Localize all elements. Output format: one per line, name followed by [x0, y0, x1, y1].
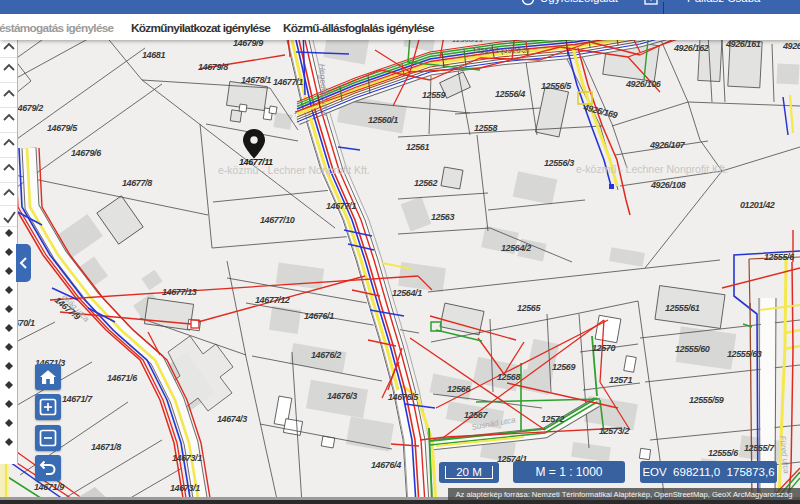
svg-text:12555/6: 12555/6 — [764, 252, 795, 262]
svg-text:12566: 12566 — [447, 384, 471, 394]
svg-text:14671/7: 14671/7 — [62, 394, 93, 404]
svg-text:4926/106: 4926/106 — [625, 79, 662, 89]
svg-text:12562: 12562 — [414, 178, 437, 188]
svg-text:12565: 12565 — [517, 303, 541, 313]
svg-text:12573/2: 12573/2 — [599, 426, 629, 436]
svg-text:12564/2: 12564/2 — [501, 243, 531, 253]
svg-text:12561: 12561 — [406, 142, 429, 152]
svg-text:12564/1: 12564/1 — [392, 288, 422, 298]
svg-text:12572: 12572 — [541, 414, 564, 424]
svg-text:14676/5: 14676/5 — [388, 392, 419, 402]
svg-text:4926/108: 4926/108 — [650, 180, 686, 190]
svg-text:4926/161: 4926/161 — [725, 39, 761, 49]
svg-text:12559: 12559 — [422, 90, 445, 100]
svg-text:4926/162: 4926/162 — [673, 43, 709, 53]
svg-text:12556/4: 12556/4 — [495, 89, 525, 99]
svg-text:01201/42: 01201/42 — [740, 200, 775, 210]
svg-text:14681: 14681 — [142, 50, 165, 60]
svg-text:14677/8: 14677/8 — [122, 178, 152, 188]
svg-text:12570: 12570 — [592, 343, 615, 353]
svg-text:14676/2: 14676/2 — [311, 350, 341, 360]
svg-text:14676/4: 14676/4 — [371, 460, 401, 470]
svg-text:14676/3: 14676/3 — [327, 391, 357, 401]
svg-text:12555/61: 12555/61 — [665, 303, 700, 313]
svg-text:12556/1 (1926-2): 12556/1 (1926-2) — [472, 46, 530, 55]
svg-text:14679/8: 14679/8 — [198, 62, 228, 72]
svg-text:14677/1: 14677/1 — [326, 201, 356, 211]
svg-text:14677/12: 14677/12 — [255, 295, 290, 305]
svg-text:14676/1: 14676/1 — [304, 311, 334, 321]
svg-text:12563: 12563 — [431, 212, 454, 222]
svg-text:12569: 12569 — [552, 362, 575, 372]
svg-text:12560/1: 12560/1 — [368, 115, 398, 125]
svg-text:12555/59: 12555/59 — [689, 395, 724, 405]
svg-text:14679/5: 14679/5 — [47, 123, 78, 133]
svg-text:14678/1: 14678/1 — [241, 75, 271, 85]
svg-text:14671/9: 14671/9 — [34, 482, 64, 492]
svg-text:4926: 4926 — [782, 41, 800, 51]
svg-text:12556/5: 12556/5 — [541, 81, 572, 91]
svg-text:14671/6: 14671/6 — [107, 373, 138, 383]
svg-text:12555/6: 12555/6 — [708, 448, 739, 458]
svg-text:14677/1: 14677/1 — [273, 77, 303, 87]
svg-text:12555/63: 12555/63 — [727, 349, 762, 359]
svg-text:14677/10: 14677/10 — [260, 215, 295, 225]
svg-text:4926/107: 4926/107 — [649, 140, 686, 150]
svg-text:14671/8: 14671/8 — [91, 442, 121, 452]
svg-text:14673/1: 14673/1 — [172, 453, 202, 463]
svg-text:14677/13: 14677/13 — [162, 287, 197, 297]
svg-text:e-közmű - Lechner Nonprofit Kf: e-közmű - Lechner Nonprofit Kft. — [218, 164, 370, 176]
svg-text:12567: 12567 — [464, 410, 488, 420]
svg-text:12558: 12558 — [474, 123, 497, 133]
svg-text:12555/60: 12555/60 — [675, 344, 710, 354]
svg-text:14673/1: 14673/1 — [170, 483, 200, 493]
svg-text:e-közmű - Lechner Nonprofit Kf: e-közmű - Lechner Nonprofit Kft. — [576, 163, 728, 175]
svg-text:12571: 12571 — [609, 375, 632, 385]
svg-text:14679/6: 14679/6 — [71, 148, 102, 158]
svg-text:12556/3: 12556/3 — [544, 158, 574, 168]
svg-text:12555/7: 12555/7 — [744, 443, 775, 453]
svg-text:14674/3: 14674/3 — [217, 414, 247, 424]
svg-text:12568: 12568 — [497, 372, 520, 382]
